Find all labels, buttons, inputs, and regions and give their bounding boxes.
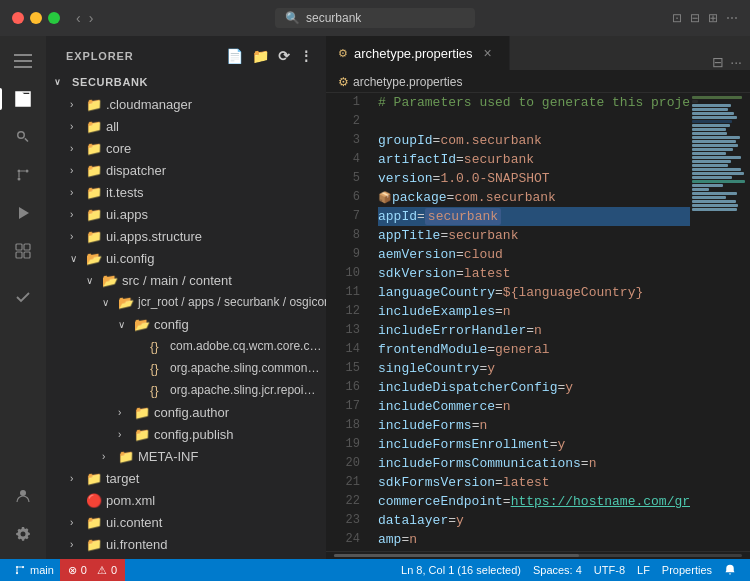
ml-29 (692, 208, 737, 211)
editor-content[interactable]: 1 2 3 4 5 6 7 8 9 10 11 12 13 14 15 16 1… (326, 93, 750, 551)
layout-icon1[interactable]: ⊡ (672, 11, 682, 25)
ln-20: 20 (326, 454, 360, 473)
tab-close-button[interactable]: × (479, 44, 497, 62)
layout-icon2[interactable]: ⊟ (690, 11, 700, 25)
sidebar-item-ui-apps-structure[interactable]: › 📁 ui.apps.structure (46, 225, 326, 247)
sidebar-header-icons: 📄 📁 ⟳ ⋮ (226, 48, 314, 64)
sidebar-item-it-tests[interactable]: › 📁 it.tests (46, 181, 326, 203)
ln-15: 15 (326, 359, 360, 378)
folder-arrow: ∨ (118, 319, 134, 330)
sidebar-item-pom-xml[interactable]: › 🔴 pom.xml (46, 489, 326, 511)
sidebar-item-all[interactable]: › 📁 all (46, 115, 326, 137)
tab-archetype-properties[interactable]: ⚙ archetype.properties × (326, 36, 510, 70)
layout-icon3[interactable]: ⊞ (708, 11, 718, 25)
status-errors[interactable]: ⊗ 0 ⚠ 0 (60, 559, 125, 581)
split-editor-icon[interactable]: ⊟ (712, 54, 724, 70)
collapse-icon[interactable]: ⋮ (299, 48, 314, 64)
folder-open-icon: 📂 (134, 317, 150, 332)
folder-arrow: › (70, 539, 86, 550)
activity-icon-extensions[interactable] (6, 234, 40, 268)
folder-arrow: › (70, 143, 86, 154)
svg-rect-7 (16, 244, 22, 250)
ln-17: 17 (326, 397, 360, 416)
sidebar-item-svc3[interactable]: › {} org.apache.sling.jcr.repoinit.Repos… (46, 379, 326, 401)
activity-icon-run[interactable] (6, 196, 40, 230)
code-line-7: appId=securbank (378, 207, 690, 226)
new-folder-icon[interactable]: 📁 (252, 48, 270, 64)
item-label: config.author (154, 405, 229, 420)
sidebar-item-ui-frontend[interactable]: › 📁 ui.frontend (46, 533, 326, 555)
error-count: 0 (81, 564, 87, 576)
ml-15 (692, 152, 726, 155)
activity-icon-settings[interactable] (6, 517, 40, 551)
status-spaces[interactable]: Spaces: 4 (527, 564, 588, 576)
code-line-22: commerceEndpoint=https://hostname.com/gr… (378, 492, 690, 511)
sidebar-item-target[interactable]: › 📁 target (46, 467, 326, 489)
status-notifications[interactable] (718, 564, 742, 576)
activity-icon-source-control[interactable] (6, 158, 40, 192)
sidebar-item-core[interactable]: › 📁 core (46, 137, 326, 159)
sidebar-item-src[interactable]: ∨ 📂 src / main / content (46, 269, 326, 291)
tab-file-icon: ⚙ (338, 47, 348, 60)
close-button[interactable] (12, 12, 24, 24)
status-language[interactable]: Properties (656, 564, 718, 576)
folder-icon: 📁 (86, 185, 102, 200)
minimize-button[interactable] (30, 12, 42, 24)
activity-icon-account[interactable] (6, 479, 40, 513)
svg-point-4 (18, 170, 21, 173)
svg-rect-8 (24, 244, 30, 250)
status-bar: main ⊗ 0 ⚠ 0 Ln 8, Col 1 (16 selected) S… (0, 559, 750, 581)
refresh-icon[interactable]: ⟳ (278, 48, 291, 64)
status-branch[interactable]: main (8, 559, 60, 581)
sidebar-item-config[interactable]: ∨ 📂 config (46, 313, 326, 335)
ml-21 (692, 176, 732, 179)
code-line-6: 📦package=com.securbank (378, 188, 690, 207)
status-encoding[interactable]: UTF-8 (588, 564, 631, 576)
sidebar-item-meta-inf[interactable]: › 📁 META-INF (46, 445, 326, 467)
search-text: securbank (306, 11, 361, 25)
more-actions-icon[interactable]: ··· (730, 54, 742, 70)
ml-2 (692, 100, 698, 103)
svg-rect-9 (16, 252, 22, 258)
activity-icon-menu[interactable] (6, 44, 40, 78)
code-line-23: datalayer=y (378, 511, 690, 530)
nav-forward[interactable]: › (89, 10, 94, 26)
horizontal-scrollbar[interactable] (334, 554, 742, 557)
svg-point-13 (22, 566, 24, 568)
sidebar-item-ui-config[interactable]: ∨ 📂 ui.config (46, 247, 326, 269)
status-eol[interactable]: LF (631, 564, 656, 576)
sidebar-item-svc2[interactable]: › {} org.apache.sling.commons.log.LogMan… (46, 357, 326, 379)
layout-icon4[interactable]: ⋯ (726, 11, 738, 25)
nav-arrows: ‹ › (76, 10, 93, 26)
search-bar[interactable]: 🔍 securbank (275, 8, 475, 28)
item-label: ui.apps (106, 207, 148, 222)
sidebar-item-svc1[interactable]: › {} com.adobe.cq.wcm.core.components.in… (46, 335, 326, 357)
sidebar-item-jcr-root[interactable]: ∨ 📂 jcr_root / apps / securbank / osgico… (46, 291, 326, 313)
status-line-col[interactable]: Ln 8, Col 1 (16 selected) (395, 564, 527, 576)
activity-icon-explorer[interactable] (6, 82, 40, 116)
sidebar-root[interactable]: ∨ SECURBANK (46, 71, 326, 93)
sidebar-item-ui-apps[interactable]: › 📁 ui.apps (46, 203, 326, 225)
code-line-11: languageCountry=${languageCountry} (378, 283, 690, 302)
ml-7 (692, 120, 732, 123)
ml-3 (692, 104, 731, 107)
folder-icon: 📁 (86, 97, 102, 112)
folder-arrow: › (118, 429, 134, 440)
code-line-16: includeDispatcherConfig=y (378, 378, 690, 397)
sidebar-item-config-publish[interactable]: › 📁 config.publish (46, 423, 326, 445)
item-label: jcr_root / apps / securbank / osgiconfig (138, 295, 326, 309)
sidebar-item-dispatcher[interactable]: › 📁 dispatcher (46, 159, 326, 181)
code-lines[interactable]: # Parameters used to generate this proje… (370, 93, 690, 551)
sidebar-item-cloudmanager[interactable]: › 📁 .cloudmanager (46, 93, 326, 115)
folder-arrow: › (70, 209, 86, 220)
sidebar-item-ui-content[interactable]: › 📁 ui.content (46, 511, 326, 533)
nav-back[interactable]: ‹ (76, 10, 81, 26)
activity-icon-search[interactable] (6, 120, 40, 154)
activity-icon-check[interactable] (6, 280, 40, 314)
ml-27 (692, 200, 736, 203)
sidebar-item-config-author[interactable]: › 📁 config.author (46, 401, 326, 423)
json-icon: {} (150, 361, 166, 376)
maximize-button[interactable] (48, 12, 60, 24)
ml-5 (692, 112, 734, 115)
new-file-icon[interactable]: 📄 (226, 48, 244, 64)
